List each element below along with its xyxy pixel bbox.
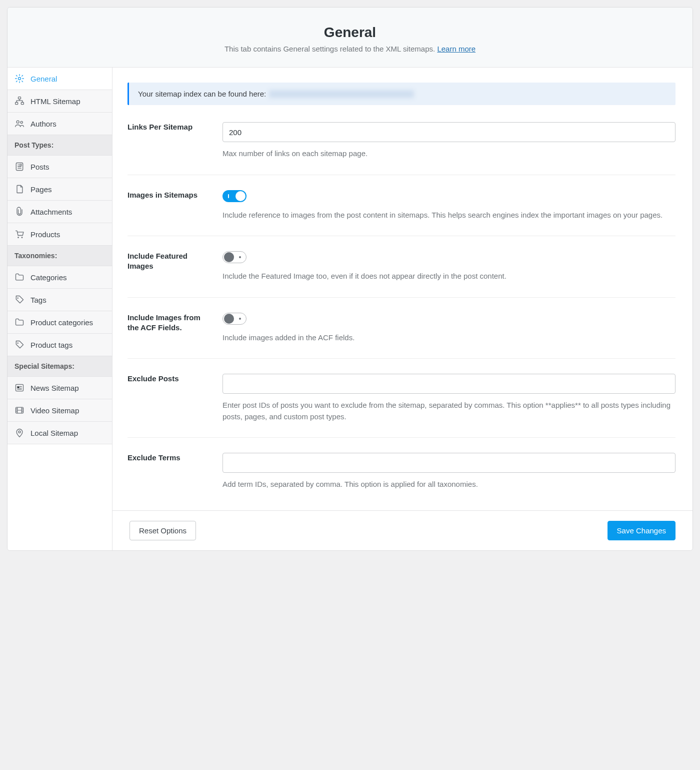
learn-more-link[interactable]: Learn more xyxy=(437,45,476,53)
sidebar-item-label: General xyxy=(30,75,57,83)
label-exclude-posts: Exclude Posts xyxy=(128,374,212,422)
tag-icon xyxy=(14,340,24,350)
sidebar-item-label: HTML Sitemap xyxy=(30,97,80,106)
row-exclude-terms: Exclude Terms Add term IDs, separated by… xyxy=(128,437,676,505)
sidebar-item-posts[interactable]: Posts xyxy=(8,156,112,178)
desc-exclude-terms: Add term IDs, separated by comma. This o… xyxy=(222,479,676,490)
row-exclude-posts: Exclude Posts Enter post IDs of posts yo… xyxy=(128,358,676,437)
sidebar-item-general[interactable]: General xyxy=(8,68,112,90)
row-links-per-sitemap: Links Per Sitemap Max number of links on… xyxy=(128,122,676,175)
sidebar-item-label: Local Sitemap xyxy=(30,429,78,437)
desc-include-acf: Include images added in the ACF fields. xyxy=(222,332,676,344)
folder-icon xyxy=(14,317,24,327)
desc-links-per-sitemap: Max number of links on each sitemap page… xyxy=(222,148,676,160)
sidebar-item-label: Tags xyxy=(30,296,46,304)
label-links-per-sitemap: Links Per Sitemap xyxy=(128,122,212,160)
sidebar-item-label: News Sitemap xyxy=(30,384,79,392)
label-include-acf: Include Images from the ACF Fields. xyxy=(128,313,212,344)
sidebar-item-categories[interactable]: Categories xyxy=(8,266,112,289)
subtitle-text: This tab contains General settings relat… xyxy=(224,45,438,53)
label-images-in-sitemaps: Images in Sitemaps xyxy=(128,190,212,221)
sidebar-item-label: Pages xyxy=(30,185,52,194)
news-icon xyxy=(14,383,24,393)
sidebar-item-product-categories[interactable]: Product categories xyxy=(8,311,112,334)
desc-images-in-sitemaps: Include reference to images from the pos… xyxy=(222,210,676,221)
sidebar-item-pages[interactable]: Pages xyxy=(8,178,112,201)
settings-card: General This tab contains General settin… xyxy=(7,7,693,551)
banner-url-redacted xyxy=(269,90,414,98)
page-title: General xyxy=(18,25,682,41)
exclude-terms-input[interactable] xyxy=(222,453,676,473)
sidebar-item-label: Posts xyxy=(30,163,50,171)
video-icon xyxy=(14,405,24,415)
sidebar-item-local-sitemap[interactable]: Local Sitemap xyxy=(8,422,112,444)
links-per-sitemap-input[interactable] xyxy=(222,122,676,142)
sidebar-item-label: Video Sitemap xyxy=(30,406,79,415)
people-icon xyxy=(14,119,24,129)
sidebar: GeneralHTML SitemapAuthorsPost Types:Pos… xyxy=(8,68,112,550)
sidebar-item-products[interactable]: Products xyxy=(8,223,112,246)
sidebar-group-special-sitemaps: Special Sitemaps: xyxy=(8,356,112,377)
sidebar-item-video-sitemap[interactable]: Video Sitemap xyxy=(8,399,112,422)
sidebar-group-taxonomies: Taxonomies: xyxy=(8,246,112,266)
label-exclude-terms: Exclude Terms xyxy=(128,453,212,490)
sidebar-item-authors[interactable]: Authors xyxy=(8,113,112,135)
sidebar-item-html-sitemap[interactable]: HTML Sitemap xyxy=(8,90,112,113)
page-subtitle: This tab contains General settings relat… xyxy=(18,45,682,53)
sidebar-item-label: Products xyxy=(30,230,60,239)
sitemap-icon xyxy=(14,96,24,106)
post-icon xyxy=(14,162,24,172)
exclude-posts-input[interactable] xyxy=(222,374,676,394)
row-include-acf: Include Images from the ACF Fields. Incl… xyxy=(128,297,676,359)
include-featured-toggle[interactable] xyxy=(222,251,246,263)
main-panel: Your sitemap index can be found here: Li… xyxy=(112,68,692,550)
pin-icon xyxy=(14,428,24,438)
include-acf-toggle[interactable] xyxy=(222,313,246,325)
images-in-sitemaps-toggle[interactable] xyxy=(222,190,246,202)
clip-icon xyxy=(14,207,24,217)
header: General This tab contains General settin… xyxy=(8,8,692,68)
label-include-featured: Include Featured Images xyxy=(128,251,212,282)
footer-actions: Reset Options Save Changes xyxy=(112,510,692,550)
sitemap-index-banner: Your sitemap index can be found here: xyxy=(128,83,676,105)
desc-exclude-posts: Enter post IDs of posts you want to excl… xyxy=(222,400,676,422)
desc-include-featured: Include the Featured Image too, even if … xyxy=(222,271,676,282)
page-icon xyxy=(14,184,24,194)
sidebar-item-tags[interactable]: Tags xyxy=(8,289,112,311)
row-include-featured: Include Featured Images Include the Feat… xyxy=(128,236,676,297)
banner-text: Your sitemap index can be found here: xyxy=(138,90,266,98)
reset-options-button[interactable]: Reset Options xyxy=(130,521,196,540)
sidebar-item-product-tags[interactable]: Product tags xyxy=(8,334,112,356)
sidebar-item-label: Product tags xyxy=(30,341,72,349)
gear-icon xyxy=(14,74,24,84)
sidebar-item-news-sitemap[interactable]: News Sitemap xyxy=(8,377,112,399)
tag-icon xyxy=(14,295,24,305)
sidebar-item-label: Product categories xyxy=(30,318,93,327)
sidebar-group-post-types: Post Types: xyxy=(8,135,112,156)
folder-icon xyxy=(14,272,24,282)
sidebar-item-label: Categories xyxy=(30,273,67,282)
save-changes-button[interactable]: Save Changes xyxy=(608,521,676,540)
sidebar-item-label: Authors xyxy=(30,120,56,128)
sidebar-item-label: Attachments xyxy=(30,208,72,216)
sidebar-item-attachments[interactable]: Attachments xyxy=(8,201,112,223)
row-images-in-sitemaps: Images in Sitemaps Include reference to … xyxy=(128,175,676,236)
cart-icon xyxy=(14,229,24,239)
